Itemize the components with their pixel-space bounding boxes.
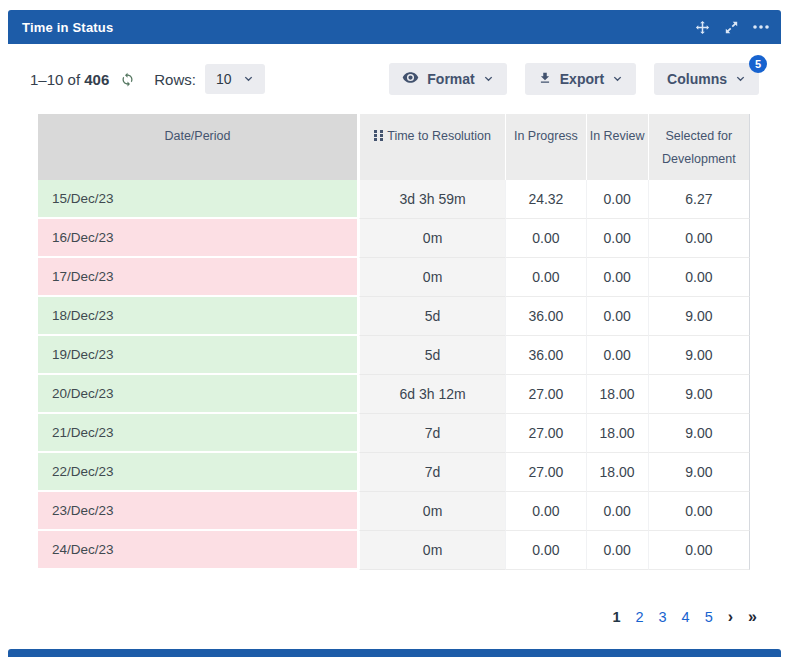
chevron-down-icon [612,71,623,87]
time-to-resolution-cell: 7d [359,414,505,453]
table-row: 23/Dec/230m0.000.000.00 [38,492,750,531]
date-cell: 18/Dec/23 [38,297,359,336]
in-review-cell: 0.00 [586,219,648,258]
columns-button-wrap: Columns 5 [654,63,759,95]
rows-per-page-select[interactable]: 10 [205,64,265,94]
export-button[interactable]: Export [525,63,636,95]
refresh-icon[interactable] [120,72,135,87]
in-progress-cell: 27.00 [505,453,585,492]
date-cell: 20/Dec/23 [38,375,359,414]
table-row: 22/Dec/237d27.0018.009.00 [38,453,750,492]
rows-per-page-value: 10 [216,71,232,87]
table-row: 19/Dec/235d36.000.009.00 [38,336,750,375]
table-row: 18/Dec/235d36.000.009.00 [38,297,750,336]
eye-icon [402,69,419,89]
in-progress-cell: 24.32 [505,180,585,219]
in-review-cell: 0.00 [586,180,648,219]
move-icon[interactable] [695,20,710,35]
table-row: 20/Dec/236d 3h 12m27.0018.009.00 [38,375,750,414]
in-review-cell: 0.00 [586,492,648,531]
selected-for-development-cell: 9.00 [648,453,750,492]
gadget-toolbar: 1–10 of 406 Rows: 10 Format [0,62,789,96]
total-count: 406 [84,71,109,88]
in-progress-cell: 36.00 [505,297,585,336]
pagination: 12345›» [612,608,757,626]
columns-count-badge: 5 [749,55,767,73]
dashboard-page: Time in Status 1–10 of 406 Rows: 10 [0,0,789,657]
column-header-time-to-resolution[interactable]: Time to Resolution [359,114,505,180]
selected-for-development-cell: 0.00 [648,492,750,531]
in-review-cell: 0.00 [586,336,648,375]
page-2-link[interactable]: 2 [635,609,643,625]
last-page-button[interactable]: » [748,608,757,626]
maximize-icon[interactable] [725,21,738,34]
time-to-resolution-cell: 0m [359,531,505,570]
time-to-resolution-cell: 5d [359,297,505,336]
columns-button[interactable]: Columns [654,63,759,95]
gadget-title: Time in Status [22,20,113,35]
date-cell: 21/Dec/23 [38,414,359,453]
export-button-label: Export [560,71,604,87]
time-in-status-table: Date/Period Time to Resolution In Progre… [38,114,750,570]
drag-handle-icon[interactable] [374,126,383,149]
rows-label: Rows: [154,71,196,88]
more-options-icon[interactable] [753,25,769,29]
next-gadget-header-bar [8,649,781,657]
selected-for-development-cell: 0.00 [648,219,750,258]
in-review-cell: 18.00 [586,414,648,453]
in-progress-cell: 27.00 [505,414,585,453]
in-progress-cell: 27.00 [505,375,585,414]
table-row: 16/Dec/230m0.000.000.00 [38,219,750,258]
selected-for-development-cell: 9.00 [648,297,750,336]
date-cell: 17/Dec/23 [38,258,359,297]
range-label: 1–10 of 406 [30,71,109,88]
time-to-resolution-cell: 7d [359,453,505,492]
date-cell: 24/Dec/23 [38,531,359,570]
time-to-resolution-cell: 0m [359,492,505,531]
selected-for-development-cell: 0.00 [648,258,750,297]
in-review-cell: 18.00 [586,453,648,492]
column-header-date-period[interactable]: Date/Period [38,114,359,180]
in-review-cell: 0.00 [586,297,648,336]
in-progress-cell: 0.00 [505,258,585,297]
date-cell: 23/Dec/23 [38,492,359,531]
format-button[interactable]: Format [389,63,506,95]
table-header: Date/Period Time to Resolution In Progre… [38,114,750,180]
page-3-link[interactable]: 3 [659,609,667,625]
format-button-label: Format [427,71,474,87]
time-to-resolution-cell: 6d 3h 12m [359,375,505,414]
time-to-resolution-cell: 0m [359,219,505,258]
gadget-header-actions [695,20,769,35]
selected-for-development-cell: 6.27 [648,180,750,219]
gadget-header: Time in Status [8,10,781,44]
chevron-down-icon [483,71,494,87]
date-cell: 22/Dec/23 [38,453,359,492]
selected-for-development-cell: 9.00 [648,414,750,453]
column-header-label: Time to Resolution [387,129,491,143]
toolbar-buttons: Format Export Columns [389,63,759,95]
columns-button-label: Columns [667,71,727,87]
download-icon [538,71,552,88]
chevron-down-icon [243,71,254,87]
in-progress-cell: 0.00 [505,492,585,531]
page-5-link[interactable]: 5 [705,609,713,625]
page-4-link[interactable]: 4 [682,609,690,625]
pager-info: 1–10 of 406 Rows: 10 [30,64,265,94]
time-to-resolution-cell: 0m [359,258,505,297]
column-header-selected-for-development[interactable]: Selected for Development [648,114,750,180]
date-cell: 16/Dec/23 [38,219,359,258]
in-progress-cell: 0.00 [505,219,585,258]
in-review-cell: 18.00 [586,375,648,414]
date-cell: 19/Dec/23 [38,336,359,375]
next-page-button[interactable]: › [728,608,733,626]
time-to-resolution-cell: 5d [359,336,505,375]
time-to-resolution-cell: 3d 3h 59m [359,180,505,219]
selected-for-development-cell: 0.00 [648,531,750,570]
in-review-cell: 0.00 [586,258,648,297]
column-header-in-review[interactable]: In Review [586,114,648,180]
selected-for-development-cell: 9.00 [648,336,750,375]
in-review-cell: 0.00 [586,531,648,570]
page-1-current[interactable]: 1 [612,609,620,625]
column-header-in-progress[interactable]: In Progress [505,114,585,180]
table-body: 15/Dec/233d 3h 59m24.320.006.2716/Dec/23… [38,180,750,570]
